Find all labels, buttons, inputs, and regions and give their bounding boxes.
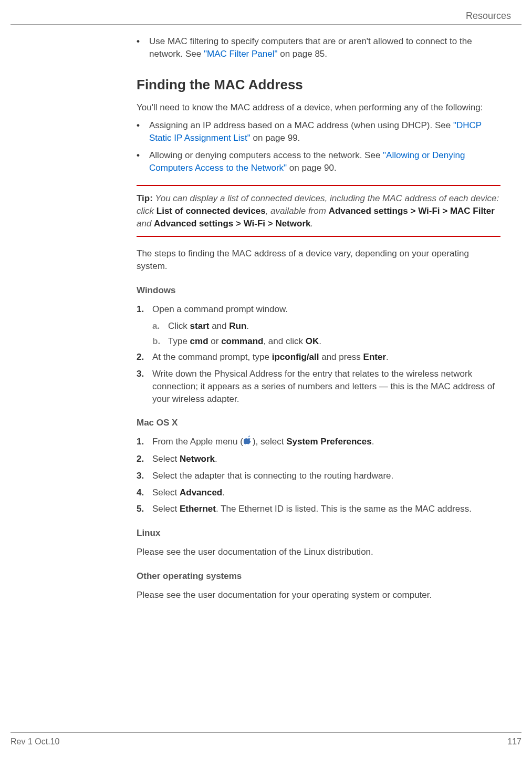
bold: Wi-Fi [418, 206, 440, 216]
text: , available from [266, 206, 329, 216]
substep-text: Click start and Run. [168, 320, 500, 333]
bullet-text: Allowing or denying computers access to … [149, 149, 500, 174]
bold: Enter [363, 352, 386, 362]
bold: start [190, 321, 210, 331]
step-number: 2. [137, 351, 152, 364]
intro-paragraph: You'll need to know the MAC address of a… [137, 101, 500, 114]
bold: OK [306, 336, 319, 346]
text: . [310, 219, 313, 229]
paragraph: The steps to finding the MAC address of … [137, 247, 500, 273]
text: Select [152, 454, 180, 464]
step-number: 1. [137, 435, 152, 449]
bold: List of connected devices [157, 206, 266, 216]
apple-icon [244, 435, 252, 449]
step-text: Select Advanced. [152, 486, 500, 499]
text: . [319, 336, 321, 346]
bold: MAC Filter [450, 206, 495, 216]
text: . [222, 488, 225, 497]
step-text: From the Apple menu (), select System Pr… [152, 435, 500, 449]
link-mac-filter-panel[interactable]: "MAC Filter Panel" [204, 49, 278, 59]
substep-marker: a. [152, 320, 168, 333]
text: Click [168, 321, 190, 331]
bold: Advanced [180, 488, 222, 497]
text: From the Apple menu ( [152, 437, 243, 447]
heading-finding-mac: Finding the MAC Address [137, 75, 500, 94]
subhead-other-os: Other operating systems [137, 570, 500, 583]
bullet-text: Use MAC filtering to specify computers t… [149, 35, 500, 60]
bold: ipconfig/all [272, 352, 319, 362]
text: . [386, 352, 389, 362]
bold: System Preferences [286, 437, 372, 447]
text: or [208, 336, 222, 346]
text: . [215, 454, 217, 464]
text: Assigning an IP address based on a MAC a… [149, 120, 453, 130]
step-text: At the command prompt, type ipconfig/all… [152, 351, 500, 364]
subhead-windows: Windows [137, 284, 500, 297]
text: > [408, 206, 418, 216]
paragraph: Please see the user documentation for yo… [137, 589, 500, 602]
bold: Run [229, 321, 246, 331]
subhead-linux: Linux [137, 527, 500, 540]
footer-page-number: 117 [507, 737, 521, 746]
text: Type [168, 336, 190, 346]
text: . [246, 321, 249, 331]
step-number: 4. [137, 486, 152, 499]
intro-bullet: • Use MAC filtering to specify computers… [137, 35, 500, 60]
bullet-text: Assigning an IP address based on a MAC a… [149, 119, 500, 144]
text: and press [319, 352, 363, 362]
step: 1. From the Apple menu (), select System… [137, 435, 500, 449]
step: 2. Select Network. [137, 453, 500, 465]
step-text: Select the adapter that is connecting to… [152, 470, 500, 482]
tip-label: Tip: [137, 193, 153, 203]
text: ), select [253, 437, 286, 447]
step-number: 5. [137, 503, 152, 515]
bold: Advanced settings [154, 219, 233, 229]
step: 4. Select Advanced. [137, 486, 500, 499]
step-number: 3. [137, 368, 152, 405]
bullet-item: • Allowing or denying computers access t… [137, 149, 500, 174]
text: and [137, 219, 154, 229]
substep-marker: b. [152, 335, 168, 348]
text: . The Ethernet ID is listed. This is the… [216, 504, 472, 514]
footer-revision: Rev 1 Oct.10 [11, 737, 59, 746]
bullet-item: • Assigning an IP address based on a MAC… [137, 119, 500, 144]
substep: a. Click start and Run. [152, 320, 500, 333]
text: > [440, 206, 450, 216]
step-number: 1. [137, 303, 152, 316]
step-text: Open a command prompt window. [152, 303, 500, 316]
step-text: Select Ethernet. The Ethernet ID is list… [152, 503, 500, 515]
bullet-marker: • [137, 119, 149, 144]
step-number: 3. [137, 470, 152, 482]
page-header-section: Resources [0, 0, 532, 24]
step-text: Write down the Physical Address for the … [152, 368, 500, 405]
text: Allowing or denying computers access to … [149, 150, 383, 160]
bold: Network [180, 454, 215, 464]
bullet-marker: • [137, 149, 149, 174]
text: At the command prompt, type [152, 352, 272, 362]
step: 5. Select Ethernet. The Ethernet ID is l… [137, 503, 500, 515]
text: on page 90. [287, 163, 337, 173]
step: 1. Open a command prompt window. [137, 303, 500, 316]
bullet-marker: • [137, 35, 149, 60]
text: . [372, 437, 374, 447]
main-content: • Use MAC filtering to specify computers… [137, 35, 500, 601]
text: and [209, 321, 229, 331]
step: 3. Select the adapter that is connecting… [137, 470, 500, 482]
page-footer: Rev 1 Oct.10 117 [11, 732, 521, 746]
substep-text: Type cmd or command, and click OK. [168, 335, 500, 348]
step: 2. At the command prompt, type ipconfig/… [137, 351, 500, 364]
subhead-macosx: Mac OS X [137, 417, 500, 429]
bold: Wi-Fi [244, 219, 265, 229]
text: , and click [263, 336, 305, 346]
bold: command [221, 336, 263, 346]
tip-box: Tip: You can display a list of connected… [137, 185, 500, 237]
header-rule [11, 24, 521, 25]
substep: b. Type cmd or command, and click OK. [152, 335, 500, 348]
bold: cmd [190, 336, 208, 346]
step-text: Select Network. [152, 453, 500, 465]
text: on page 85. [278, 49, 328, 59]
bold: Network [275, 219, 310, 229]
text: Select [152, 504, 180, 514]
paragraph: Please see the user documentation of the… [137, 546, 500, 558]
bold: Advanced settings [329, 206, 408, 216]
